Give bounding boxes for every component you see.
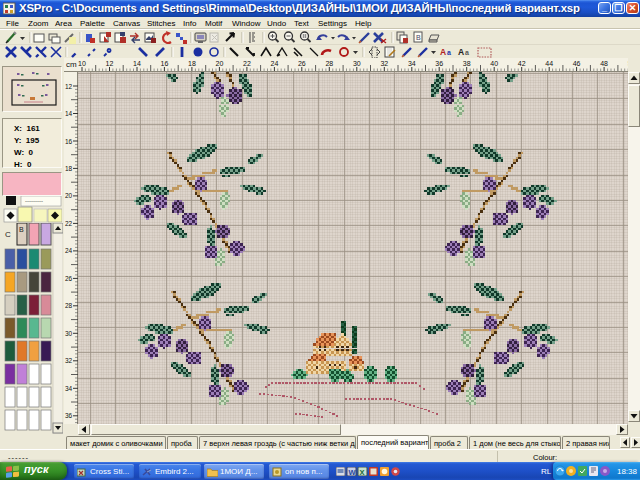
svg-text:16: 16 bbox=[65, 138, 73, 145]
svg-text:a: a bbox=[465, 49, 469, 56]
svg-text:22: 22 bbox=[65, 220, 73, 227]
svg-text:40: 40 bbox=[490, 60, 498, 67]
svg-text:B: B bbox=[19, 226, 24, 233]
svg-text:A: A bbox=[440, 47, 446, 57]
svg-text:34: 34 bbox=[408, 60, 416, 67]
svg-text:30: 30 bbox=[353, 60, 361, 67]
svg-text:28: 28 bbox=[325, 60, 333, 67]
svg-text:W: W bbox=[349, 468, 357, 477]
svg-text:cm: cm bbox=[66, 60, 77, 69]
svg-text:16: 16 bbox=[161, 60, 169, 67]
svg-text:36: 36 bbox=[435, 60, 443, 67]
svg-text:32: 32 bbox=[65, 357, 73, 364]
svg-text:28: 28 bbox=[65, 302, 73, 309]
svg-text:14: 14 bbox=[65, 110, 73, 117]
svg-text:36: 36 bbox=[65, 412, 73, 419]
svg-text:30: 30 bbox=[65, 330, 73, 337]
svg-text:42: 42 bbox=[518, 60, 526, 67]
svg-text:38: 38 bbox=[463, 60, 471, 67]
svg-text:44: 44 bbox=[545, 60, 553, 67]
svg-text:24: 24 bbox=[271, 60, 279, 67]
svg-text:X: X bbox=[360, 468, 365, 477]
svg-text:34: 34 bbox=[65, 385, 73, 392]
svg-text:18: 18 bbox=[65, 165, 73, 172]
svg-text:26: 26 bbox=[65, 275, 73, 282]
svg-text:48: 48 bbox=[600, 60, 608, 67]
svg-text:24: 24 bbox=[65, 247, 73, 254]
svg-text:10: 10 bbox=[78, 60, 86, 67]
svg-text:26: 26 bbox=[298, 60, 306, 67]
svg-text:14: 14 bbox=[133, 60, 141, 67]
svg-text:22: 22 bbox=[243, 60, 251, 67]
svg-text:20: 20 bbox=[216, 60, 224, 67]
svg-text:46: 46 bbox=[573, 60, 581, 67]
svg-text:---------: --------- bbox=[25, 198, 43, 204]
svg-text:C: C bbox=[5, 230, 11, 239]
svg-text:12: 12 bbox=[65, 83, 73, 90]
svg-text:32: 32 bbox=[380, 60, 388, 67]
svg-text:B: B bbox=[416, 34, 421, 41]
svg-text:a: a bbox=[447, 49, 451, 56]
svg-text:20: 20 bbox=[65, 192, 73, 199]
svg-text:18: 18 bbox=[188, 60, 196, 67]
svg-text:A: A bbox=[458, 47, 464, 57]
svg-text:12: 12 bbox=[106, 60, 114, 67]
